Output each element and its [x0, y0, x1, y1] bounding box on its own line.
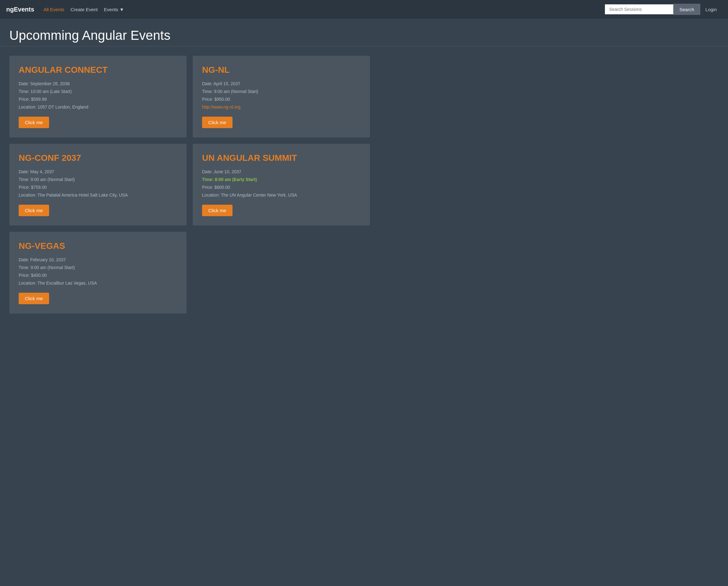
nav-link-all-events[interactable]: All Events [44, 7, 64, 12]
event-date: Date: June 10, 2037 [202, 169, 361, 175]
login-button[interactable]: Login [700, 4, 722, 15]
event-price: Price: $800.00 [202, 184, 361, 191]
event-date: Date: May 4, 2037 [19, 169, 177, 175]
event-title: NG-CONF 2037 [19, 153, 177, 163]
event-card-ng-conf-2037: NG-CONF 2037Date: May 4, 2037Time: 9:00 … [9, 144, 186, 225]
click-me-button[interactable]: Click me [202, 205, 233, 216]
event-title: UN ANGULAR SUMMIT [202, 153, 361, 163]
event-url[interactable]: http://www.ng-nl.org [202, 104, 361, 111]
click-me-button[interactable]: Click me [19, 293, 49, 304]
event-location: Location: The Excalibur Las Vegas, USA [19, 280, 177, 287]
event-title: ANGULAR CONNECT [19, 65, 177, 75]
event-time: Time: 9:00 am (Normal Start) [19, 264, 177, 271]
event-time: Time: 9:00 am (Normal Start) [19, 176, 177, 183]
nav-search-area: Search Login [605, 4, 722, 15]
event-time: Time: 10:00 am (Late Start) [19, 88, 177, 95]
event-date: Date: February 10, 2037 [19, 257, 177, 263]
chevron-down-icon: ▼ [120, 7, 124, 12]
event-card-un-angular-summit: UN ANGULAR SUMMITDate: June 10, 2037Time… [193, 144, 370, 225]
event-time: Time: 8:00 am (Early Start) [202, 176, 361, 183]
event-location: Location: The UN Angular Center New York… [202, 192, 361, 198]
nav-link-events-label: Events [104, 7, 118, 12]
event-price: Price: $759.00 [19, 184, 177, 191]
nav-link-create-event[interactable]: Create Event [71, 7, 98, 12]
event-card-angular-connect: ANGULAR CONNECTDate: September 26, 2036T… [9, 56, 186, 138]
nav-link-events-dropdown[interactable]: Events ▼ [104, 7, 124, 12]
event-date: Date: September 26, 2036 [19, 80, 177, 87]
event-title: NG-NL [202, 65, 361, 75]
search-input[interactable] [605, 4, 673, 14]
event-location: Location: 1057 DT London, England [19, 104, 177, 111]
search-button[interactable]: Search [673, 4, 701, 15]
event-price: Price: $950.00 [202, 96, 361, 103]
event-date: Date: April 15, 2037 [202, 80, 361, 87]
event-location: Location: The Palatial America Hotel Sal… [19, 192, 177, 198]
event-time: Time: 9:00 am (Normal Start) [202, 88, 361, 95]
nav-links: All Events Create Event Events ▼ [44, 7, 605, 12]
event-card-ng-vegas: NG-VEGASDate: February 10, 2037Time: 9:0… [9, 232, 186, 314]
click-me-button[interactable]: Click me [19, 117, 49, 128]
click-me-button[interactable]: Click me [202, 117, 233, 128]
nav-brand: ngEvents [6, 6, 34, 13]
events-grid: ANGULAR CONNECTDate: September 26, 2036T… [0, 53, 379, 323]
event-card-ng-nl: NG-NLDate: April 15, 2037Time: 9:00 am (… [193, 56, 370, 138]
event-price: Price: $400.00 [19, 272, 177, 279]
event-price: Price: $599.99 [19, 96, 177, 103]
page-title-area: Upcomming Angular Events [0, 19, 728, 46]
navbar: ngEvents All Events Create Event Events … [0, 0, 728, 19]
event-title: NG-VEGAS [19, 241, 177, 251]
click-me-button[interactable]: Click me [19, 205, 49, 216]
page-title: Upcomming Angular Events [9, 28, 719, 43]
